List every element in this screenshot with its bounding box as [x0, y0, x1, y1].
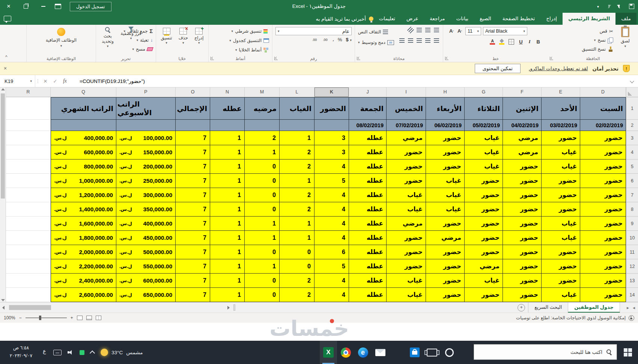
row-header-12[interactable]: 12 — [626, 259, 638, 274]
cell-L14[interactable]: 2 — [280, 288, 314, 302]
orientation-icon[interactable] — [407, 27, 414, 33]
ribbon-tab-7[interactable]: عرض — [401, 13, 424, 25]
cell-N4[interactable]: 1 — [210, 145, 245, 159]
cell-E8[interactable]: حضور — [542, 202, 580, 217]
save-icon[interactable] — [629, 4, 634, 9]
cell-J6[interactable]: عطله — [349, 174, 387, 188]
cell-F3[interactable]: مرضي — [503, 131, 542, 145]
scroll-left-button[interactable] — [0, 304, 7, 311]
sheet-tab-0[interactable]: جدول الموظفين — [568, 302, 620, 313]
ribbon-tab-3[interactable]: تخطيط الصفحة — [497, 13, 541, 25]
cancel-button[interactable]: ✕ — [41, 78, 50, 84]
horizontal-scrollbar[interactable] — [8, 304, 224, 311]
cell-E10[interactable]: غياب — [542, 231, 580, 245]
styles-dialog-launcher[interactable] — [211, 57, 214, 60]
cell-R13[interactable] — [6, 274, 51, 288]
language-indicator[interactable]: ع — [43, 348, 46, 354]
cell-N9[interactable]: 1 — [210, 217, 245, 231]
copy-button[interactable]: نسخ ▾ — [593, 36, 614, 44]
ribbon-tab-8[interactable]: تعليمات — [373, 13, 401, 25]
cell-J3[interactable]: عطله — [349, 131, 387, 145]
row-header-11[interactable]: 11 — [626, 245, 638, 259]
taskbar-task-view-icon[interactable] — [423, 341, 441, 364]
cell-E11[interactable]: حضور — [542, 245, 580, 259]
cell-H3[interactable]: حضور — [426, 131, 465, 145]
cell-O3[interactable]: 7 — [176, 131, 210, 145]
cell-H4[interactable]: حضور — [426, 145, 465, 159]
cell-L1[interactable]: الغياب — [280, 97, 314, 120]
cell-H7[interactable]: غياب — [426, 188, 465, 202]
cell-E14[interactable]: غياب — [542, 288, 580, 302]
cell-G2[interactable]: 05/02/2019 — [465, 120, 503, 131]
cell-K10[interactable]: 4 — [314, 231, 349, 245]
cell-J9[interactable]: عطله — [349, 217, 387, 231]
cell-Q12[interactable]: ل.س.2,200,000.00 — [51, 259, 116, 274]
redo-icon[interactable] — [606, 4, 611, 9]
page-break-view-button[interactable] — [96, 316, 101, 320]
cell-D6[interactable]: حضور — [580, 174, 626, 188]
cell-G14[interactable]: حضور — [465, 288, 503, 302]
cell-M1[interactable]: مرضيه — [245, 97, 280, 120]
tray-app-icon[interactable] — [80, 350, 84, 355]
cell-D2[interactable]: 02/02/2019 — [580, 120, 626, 131]
cell-N7[interactable]: 1 — [210, 188, 245, 202]
column-header-R[interactable]: R — [6, 87, 51, 97]
conditional-formatting-button[interactable]: تنسيق شرطي ▾ — [229, 27, 270, 35]
sheet-nav-right-icon[interactable]: ▸ — [627, 305, 629, 310]
cell-P2[interactable] — [116, 120, 176, 131]
cell-L2[interactable] — [280, 120, 314, 131]
cell-F5[interactable]: حضور — [503, 159, 542, 174]
cell-F1[interactable]: الإثنين — [503, 97, 542, 120]
borders-icon[interactable] — [509, 39, 514, 45]
cell-K5[interactable]: 4 — [314, 159, 349, 174]
cell-L6[interactable]: 1 — [280, 174, 314, 188]
tab-splitter[interactable] — [233, 304, 235, 311]
cell-E4[interactable]: غياب — [542, 145, 580, 159]
cell-F12[interactable]: حضور — [503, 259, 542, 274]
cell-L8[interactable]: 2 — [280, 202, 314, 217]
cell-K11[interactable]: 6 — [314, 245, 349, 259]
align-left-icon[interactable] — [417, 38, 422, 43]
cell-P13[interactable]: ل.س.600,000.00 — [116, 274, 176, 288]
cell-Q1[interactable]: الراتب الشهري — [51, 97, 116, 120]
cell-K1[interactable]: الحضور — [314, 97, 349, 120]
increase-font-button[interactable]: Aˆ — [448, 28, 455, 34]
cell-G11[interactable]: حضور — [465, 245, 503, 259]
cell-G8[interactable]: حضور — [465, 202, 503, 217]
cell-N5[interactable]: 1 — [210, 159, 245, 174]
cell-G13[interactable]: غياب — [465, 274, 503, 288]
cell-F14[interactable]: حضور — [503, 288, 542, 302]
cell-L7[interactable]: 2 — [280, 188, 314, 202]
cell-J8[interactable]: عطله — [349, 202, 387, 217]
number-dialog-launcher[interactable] — [274, 57, 278, 60]
taskbar-excel-icon[interactable] — [320, 341, 337, 364]
enter-button[interactable]: ✓ — [50, 78, 60, 84]
cell-I1[interactable]: الخميس — [387, 97, 426, 120]
cell-I5[interactable]: حضور — [387, 159, 426, 174]
column-header-G[interactable]: G — [465, 87, 503, 97]
cell-J13[interactable]: عطله — [349, 274, 387, 288]
cell-E1[interactable]: الأحد — [542, 97, 580, 120]
format-painter-button[interactable]: نسخ التنسيق — [581, 45, 614, 53]
cell-H11[interactable]: حضور — [426, 245, 465, 259]
cell-H6[interactable]: غياب — [426, 174, 465, 188]
cell-J1[interactable]: الجمعة — [349, 97, 387, 120]
cell-G9[interactable]: حضور — [465, 217, 503, 231]
undo-icon[interactable] — [617, 4, 622, 9]
cell-G12[interactable]: مرضي — [465, 259, 503, 274]
format-cells-button[interactable]: تنسيق ▾ — [161, 28, 172, 45]
sheet-nav-left-icon[interactable]: ◂ — [633, 305, 635, 310]
cell-H2[interactable]: 06/02/2019 — [426, 120, 465, 131]
find-select-button[interactable]: بحث وتحديد ▾ — [98, 27, 118, 48]
cell-N10[interactable]: 1 — [210, 231, 245, 245]
hidden-icons-chevron-icon[interactable] — [90, 350, 95, 355]
cell-K4[interactable]: 3 — [314, 145, 349, 159]
cell-K3[interactable]: 3 — [314, 131, 349, 145]
cell-M5[interactable]: 0 — [245, 159, 280, 174]
ribbon-tab-4[interactable]: الصيغ — [474, 13, 497, 25]
column-header-M[interactable]: M — [245, 87, 280, 97]
cell-L10[interactable]: 1 — [280, 231, 314, 245]
taskbar-search-box[interactable]: اكتب هنا للبحث — [474, 344, 617, 360]
cell-I2[interactable]: 07/02/2019 — [387, 120, 426, 131]
accounting-format-button[interactable]: $ ▾ — [346, 37, 352, 42]
